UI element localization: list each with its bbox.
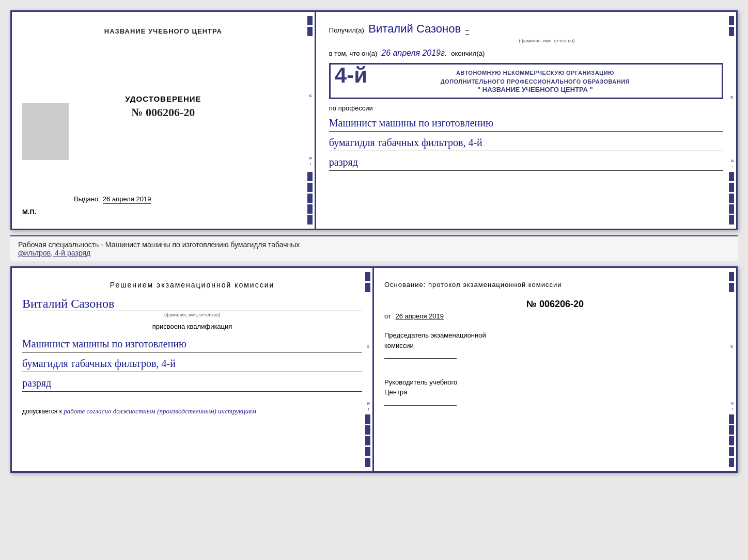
top-certificate: НАЗВАНИЕ УЧЕБНОГО ЦЕНТРА УДОСТОВЕРЕНИЕ №…: [10, 10, 738, 230]
profession-line3: разряд: [329, 154, 723, 171]
resheniem-title: Решением экзаменационной комиссии: [22, 281, 362, 289]
chairman-label: Председатель экзаменационной комиссии: [384, 330, 726, 362]
bottom-fio: Виталий Сазонов: [22, 297, 362, 311]
chairman-signature: [384, 358, 457, 359]
specialty-line2: фильтров, 4-й разряд: [18, 249, 730, 257]
recipient-fio: Виталий Сазонов: [368, 22, 461, 35]
dopusk-text: работе согласно должностным (производств…: [64, 407, 256, 415]
stamp-text-line2: АВТОНОМНУЮ НЕКОММЕРЧЕСКУЮ ОРГАНИЗАЦИЮ: [355, 69, 715, 77]
udostoverenie-label: УДОСТОВЕРЕНИЕ: [125, 94, 201, 103]
bottom-fio-subtitle: (фамилия, имя, отчество): [22, 312, 362, 317]
cert-left-page: НАЗВАНИЕ УЧЕБНОГО ЦЕНТРА УДОСТОВЕРЕНИЕ №…: [12, 12, 316, 229]
bottom-certificate: Решением экзаменационной комиссии Витали…: [10, 266, 738, 473]
cert-right-page: Получил(а) Виталий Сазонов – (фамилия, и…: [316, 12, 736, 229]
po-professii-label: по профессии: [329, 104, 723, 112]
cert-number: № 006206-20: [125, 106, 201, 119]
stamp-text-line3: ДОПОЛНИТЕЛЬНОГО ПРОФЕССИОНАЛЬНОГО ОБРАЗО…: [355, 77, 715, 86]
ot-date-line: от 26 апреля 2019: [384, 312, 726, 320]
rukovoditel-signature: [384, 405, 457, 406]
poluchil-line: Получил(а) Виталий Сазонов –: [329, 22, 723, 36]
stamp-text-line4: " НАЗВАНИЕ УЧЕБНОГО ЦЕНТРА ": [355, 86, 715, 93]
qualification-line1: Машинист машины по изготовлению: [22, 335, 362, 353]
rukovoditel-line1: Руководитель учебного: [384, 377, 726, 388]
fio-subtitle-top: (фамилия, имя, отчество): [370, 38, 723, 43]
bottom-left-page: Решением экзаменационной комиссии Витали…: [12, 268, 374, 471]
vtom-line: в том, что он(а) 26 апреля 2019г. окончи…: [329, 49, 723, 58]
bottom-right-page: Основание: протокол экзаменационной коми…: [374, 268, 736, 471]
dopuskaetsya-line: допускается к работе согласно должностны…: [22, 407, 362, 415]
qualification-line2: бумагидля табачных фильтров, 4-й: [22, 355, 362, 372]
poluchil-prefix: Получил(а): [329, 26, 364, 34]
ot-date: 26 апреля 2019: [396, 312, 444, 320]
specialty-line1: Рабочая специальность - Машинист машины …: [18, 241, 730, 249]
chairman-line2: комиссии: [384, 341, 726, 351]
osnovanie-text: Основание: протокол экзаменационной коми…: [384, 281, 726, 289]
ot-prefix: от: [384, 312, 391, 320]
stamp-box: 4-й АВТОНОМНУЮ НЕКОММЕРЧЕСКУЮ ОРГАНИЗАЦИ…: [329, 63, 723, 99]
profession-line1: Машинист машины по изготовлению: [329, 115, 723, 132]
specialty-bar: Рабочая специальность - Машинист машины …: [10, 235, 738, 261]
rukovoditel-label: Руководитель учебного Центра: [384, 377, 726, 409]
page-wrapper: НАЗВАНИЕ УЧЕБНОГО ЦЕНТРА УДОСТОВЕРЕНИЕ №…: [10, 10, 738, 473]
stamp-big-number: 4-й: [335, 65, 367, 86]
photo-placeholder: [22, 103, 69, 160]
vtom-date: 26 апреля 2019г.: [381, 49, 447, 58]
mp-label: М.П.: [22, 208, 36, 216]
profession-line2: бумагидля табачных фильтров, 4-й: [329, 134, 723, 151]
okonchil: окончил(а): [451, 50, 485, 57]
rukovoditel-line2: Центра: [384, 387, 726, 397]
vydano-label: Выдано: [74, 195, 98, 203]
protocol-number: № 006206-20: [384, 299, 726, 310]
vydano-line: Выдано 26 апреля 2019: [74, 195, 304, 203]
prisvoena-label: присвоена квалификация: [22, 323, 362, 330]
vtom-prefix: в том, что он(а): [329, 50, 377, 57]
training-center-title: НАЗВАНИЕ УЧЕБНОГО ЦЕНТРА: [104, 27, 222, 35]
vydano-date: 26 апреля 2019: [103, 195, 151, 204]
dopusk-prefix: допускается к: [22, 408, 62, 415]
chairman-line1: Председатель экзаменационной: [384, 330, 726, 341]
qualification-line3: разряд: [22, 375, 362, 392]
